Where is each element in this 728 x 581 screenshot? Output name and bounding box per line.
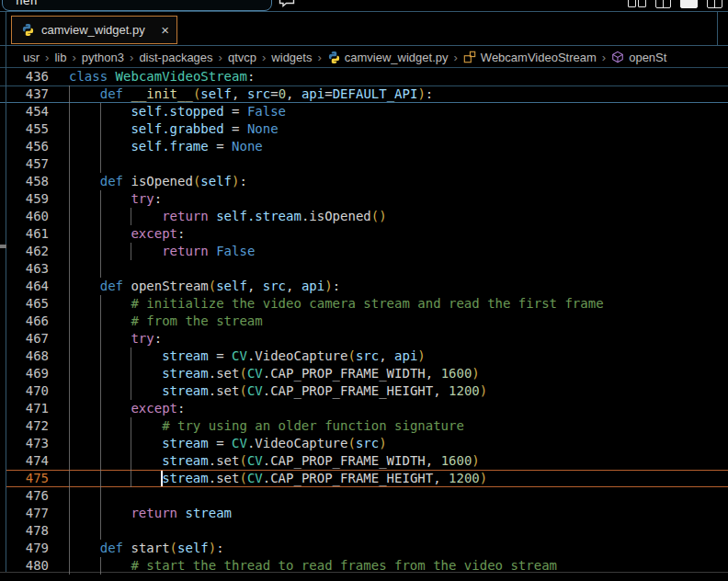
token-kw: def xyxy=(100,86,123,101)
line-number[interactable]: 472 xyxy=(6,417,49,435)
code-line[interactable]: 456 self.frame = None xyxy=(6,138,728,155)
code-line[interactable]: 466 # from the stream xyxy=(6,313,728,330)
line-number[interactable]: 478 xyxy=(6,522,49,540)
breadcrumb-item-usr[interactable]: usr xyxy=(23,51,40,64)
code-area[interactable]: 436class WebcamVideoStream:437 def __ini… xyxy=(6,68,728,575)
line-number[interactable]: 457 xyxy=(6,155,49,173)
token-pun: : xyxy=(154,331,162,346)
line-number[interactable]: 468 xyxy=(6,347,49,365)
code-line[interactable]: 477 return stream xyxy=(6,505,728,522)
code-text: stream.set(CV.CAP_PROP_FRAME_HEIGHT, 120… xyxy=(69,382,487,400)
line-number[interactable]: 476 xyxy=(6,487,49,505)
code-text: def start(self): xyxy=(69,540,224,557)
breadcrumb-item-lib[interactable]: lib xyxy=(54,51,66,64)
breadcrumb-item-webcamvideostream[interactable]: WebcamVideoStream xyxy=(463,51,597,64)
token-ctl: try xyxy=(131,191,154,206)
code-line[interactable]: 472 # try using an older function signat… xyxy=(6,417,728,435)
code-line[interactable]: 464 def openStream(self, src, api): xyxy=(6,278,728,295)
breadcrumb-separator: › xyxy=(454,51,458,64)
code-line[interactable]: 465 # initialize the video camera stream… xyxy=(6,295,728,313)
line-number[interactable]: 454 xyxy=(6,103,49,120)
line-number[interactable]: 456 xyxy=(6,138,49,155)
indent-guide xyxy=(100,260,101,278)
line-number[interactable]: 437 xyxy=(6,85,49,103)
line-number[interactable]: 480 xyxy=(6,557,49,575)
token-ctl: return xyxy=(131,506,177,520)
code-line[interactable]: 437 def __init__(self, src=0, api=DEFAUL… xyxy=(6,85,728,103)
line-number[interactable]: 473 xyxy=(6,435,49,452)
token-var: self xyxy=(200,174,232,188)
line-number[interactable]: 475 xyxy=(6,470,49,487)
token-var: DEFAULT_API xyxy=(333,86,418,101)
code-line[interactable]: 468 stream = CV.VideoCapture(src, api) xyxy=(6,347,728,365)
line-number[interactable]: 470 xyxy=(6,382,49,400)
code-line[interactable]: 470 stream.set(CV.CAP_PROP_FRAME_HEIGHT,… xyxy=(6,382,728,400)
line-number[interactable]: 458 xyxy=(6,173,49,190)
code-text: except: xyxy=(69,400,185,417)
code-line[interactable]: 457 xyxy=(6,155,728,173)
line-number[interactable]: 461 xyxy=(6,225,49,243)
quick-input-box[interactable]: hen xyxy=(2,0,272,11)
breadcrumb-item-openst[interactable]: openSt xyxy=(611,51,666,64)
breadcrumb-item-widgets[interactable]: widgets xyxy=(271,51,312,64)
breadcrumb-item-python3[interactable]: python3 xyxy=(82,51,124,64)
comment-icon[interactable] xyxy=(279,0,295,7)
token-var: self xyxy=(177,541,209,555)
line-number[interactable]: 455 xyxy=(6,120,49,138)
tab-close-icon[interactable]: × xyxy=(161,23,169,37)
line-number[interactable]: 466 xyxy=(6,313,49,330)
line-number[interactable]: 471 xyxy=(6,400,49,417)
code-line[interactable]: 467 try: xyxy=(6,330,728,347)
line-number[interactable]: 436 xyxy=(6,68,49,85)
token-var: api xyxy=(301,279,324,293)
line-number[interactable]: 467 xyxy=(6,330,49,347)
editor-grid-icon[interactable] xyxy=(628,0,646,6)
split-editor-icon[interactable] xyxy=(655,0,671,8)
token-fn: .CAP_PROP_FRAME_WIDTH xyxy=(263,453,426,468)
split-editor-right-icon[interactable] xyxy=(707,0,722,8)
token-par: ( xyxy=(239,366,246,381)
line-number[interactable]: 479 xyxy=(6,540,49,557)
token-var: self.grabbed xyxy=(131,121,223,136)
line-number[interactable]: 462 xyxy=(6,243,49,260)
line-number[interactable]: 465 xyxy=(6,295,49,313)
code-line[interactable]: 461 except: xyxy=(6,225,728,243)
code-line[interactable]: 471 except: xyxy=(6,400,728,417)
line-number[interactable]: 464 xyxy=(6,278,49,295)
code-line[interactable]: 479 def start(self): xyxy=(6,540,728,557)
token-pun: : xyxy=(333,279,340,293)
line-number[interactable]: 460 xyxy=(6,208,49,225)
token-pun: , xyxy=(433,471,449,485)
breadcrumb-item-qtvcp[interactable]: qtvcp xyxy=(228,51,256,64)
code-line[interactable]: 462 return False xyxy=(6,243,728,260)
line-number[interactable]: 459 xyxy=(6,190,49,208)
code-line[interactable]: 478 xyxy=(6,522,728,540)
token-par: ( xyxy=(347,436,355,450)
code-line[interactable]: 473 stream = CV.VideoCapture(src) xyxy=(6,435,728,452)
line-number[interactable]: 463 xyxy=(6,260,49,278)
code-line[interactable]: 474 stream.set(CV.CAP_PROP_FRAME_WIDTH, … xyxy=(6,452,728,470)
code-text: self.stopped = False xyxy=(69,103,286,120)
code-line[interactable]: 469 stream.set(CV.CAP_PROP_FRAME_WIDTH, … xyxy=(6,365,728,382)
code-line[interactable]: 436class WebcamVideoStream: xyxy=(6,68,728,85)
code-line[interactable]: 455 self.grabbed = None xyxy=(6,120,728,138)
code-line[interactable]: 460 return self.stream.isOpened() xyxy=(6,208,728,225)
sash-handle[interactable] xyxy=(0,245,6,248)
code-line[interactable]: 459 try: xyxy=(6,190,728,208)
breadcrumb-label: WebcamVideoStream xyxy=(481,51,597,64)
tab-camview-widget[interactable]: camview_widget.py × xyxy=(11,16,177,44)
token-pun: : xyxy=(154,191,162,206)
code-line[interactable]: 480 # start the thread to read frames fr… xyxy=(6,557,728,575)
breadcrumb-item-camview-widget-py[interactable]: camview_widget.py xyxy=(327,51,449,64)
code-line[interactable]: 463 xyxy=(6,260,728,278)
line-number[interactable]: 477 xyxy=(6,505,49,522)
active-panel-icon[interactable] xyxy=(680,0,698,8)
code-line-current[interactable]: 475 stream.set(CV.CAP_PROP_FRAME_HEIGHT,… xyxy=(6,470,728,487)
line-number[interactable]: 469 xyxy=(6,365,49,382)
code-line[interactable]: 458 def isOpened(self): xyxy=(6,173,728,190)
line-number[interactable]: 474 xyxy=(6,452,49,470)
indent-guide xyxy=(69,155,70,173)
code-line[interactable]: 454 self.stopped = False xyxy=(6,103,728,120)
code-line[interactable]: 476 xyxy=(6,487,728,505)
breadcrumb-item-dist-packages[interactable]: dist-packages xyxy=(139,51,212,64)
